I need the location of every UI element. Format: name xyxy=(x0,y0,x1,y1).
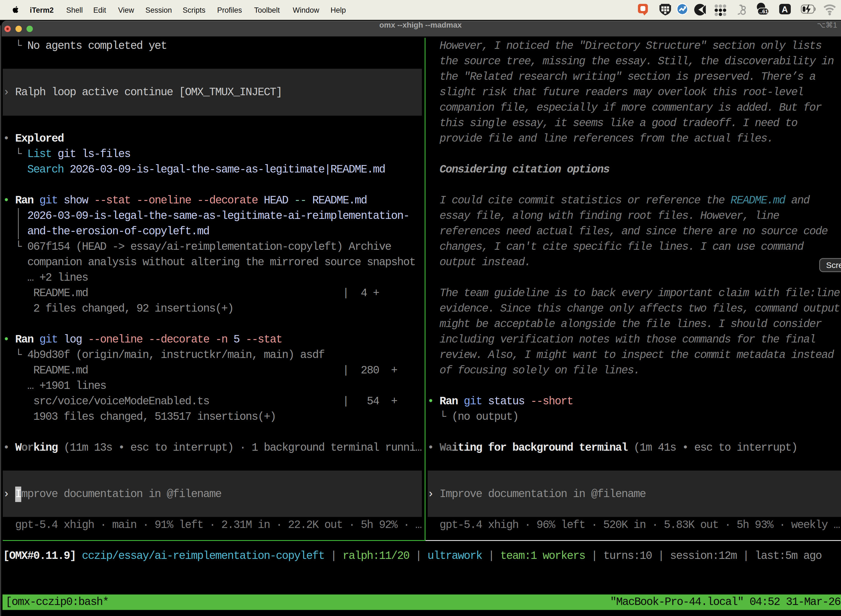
svg-text:A: A xyxy=(782,5,788,14)
svg-text:..61: ..61 xyxy=(759,9,768,14)
